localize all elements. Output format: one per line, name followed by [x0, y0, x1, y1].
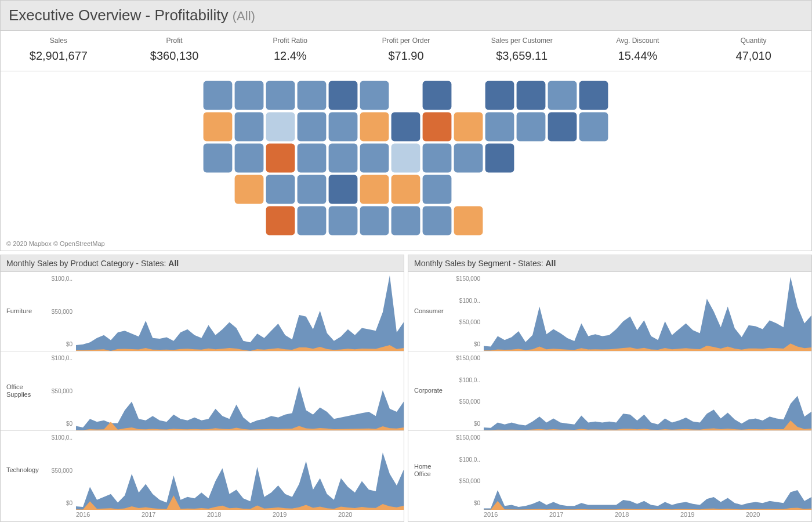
kpi-label: Sales: [3, 37, 114, 45]
dashboard-title-bar: Executive Overview - Profitability (All): [0, 0, 812, 31]
mini-chart-consumer[interactable]: Consumer$150,000$100,0..$50,000$0: [408, 272, 811, 351]
state-ms[interactable]: [360, 206, 389, 235]
state-pa[interactable]: [454, 112, 483, 142]
state-mo[interactable]: [328, 143, 358, 173]
dashboard-filter: (All): [233, 9, 255, 23]
dashboard: Executive Overview - Profitability (All)…: [0, 0, 812, 522]
kpi-label: Quantity: [698, 37, 809, 45]
kpi-profit-ratio[interactable]: Profit Ratio12.4%: [232, 31, 348, 71]
state-nv[interactable]: [234, 112, 264, 142]
mini-chart-plot[interactable]: [484, 272, 811, 351]
panel-title-filter: All: [545, 259, 556, 268]
state-ia[interactable]: [328, 112, 358, 142]
mini-chart-furniture[interactable]: Furniture$100,0..$50,000$0: [1, 272, 404, 351]
state-mn[interactable]: [328, 81, 358, 110]
mini-chart-corporate[interactable]: Corporate$150,000$100,0..$50,000$0: [408, 351, 811, 431]
mini-chart-plot[interactable]: [76, 351, 404, 430]
mini-chart-label: Home Office: [408, 431, 449, 510]
mini-chart-home-office[interactable]: Home Office$150,000$100,0..$50,000$0: [408, 431, 811, 510]
state-nd[interactable]: [297, 81, 327, 110]
state-ma[interactable]: [579, 112, 608, 142]
state-ca[interactable]: [203, 143, 233, 173]
state-la[interactable]: [328, 206, 358, 235]
kpi-label: Profit: [119, 37, 230, 45]
xaxis-tick: 2018: [207, 511, 273, 518]
state-ga[interactable]: [422, 206, 452, 235]
us-map[interactable]: [186, 74, 626, 248]
state-ne[interactable]: [297, 143, 327, 173]
state-ok[interactable]: [297, 206, 327, 235]
state-ny[interactable]: [485, 81, 514, 110]
dashboard-title: Executive Overview - Profitability: [9, 6, 229, 24]
category-chart-stack[interactable]: Furniture$100,0..$50,000$0Office Supplie…: [1, 272, 404, 510]
state-vt[interactable]: [516, 81, 546, 110]
state-az[interactable]: [234, 175, 264, 204]
state-mt[interactable]: [266, 81, 295, 110]
panel-segment-title: Monthly Sales by Segment - States: All: [408, 255, 811, 272]
panel-title-prefix: Monthly Sales by Product Category - Stat…: [6, 259, 168, 268]
kpi-value: $3,659.11: [466, 49, 578, 63]
state-ct[interactable]: [516, 112, 546, 142]
xaxis-tick: 2019: [680, 511, 746, 518]
xaxis-tick: 2019: [273, 511, 338, 518]
kpi-value: $2,901,677: [3, 49, 114, 63]
state-in[interactable]: [391, 112, 420, 142]
state-ri[interactable]: [548, 112, 577, 142]
mini-chart-label: Technology: [1, 431, 41, 510]
xaxis-tick: 2018: [615, 511, 680, 518]
state-md[interactable]: [454, 143, 483, 173]
state-wv[interactable]: [391, 143, 420, 173]
state-va[interactable]: [422, 143, 452, 173]
kpi-label: Profit Ratio: [234, 37, 346, 45]
mini-chart-plot[interactable]: [76, 431, 404, 510]
segment-chart-stack[interactable]: Consumer$150,000$100,0..$50,000$0Corpora…: [408, 272, 811, 510]
mini-chart-plot[interactable]: [484, 431, 811, 510]
mini-chart-yaxis: $150,000$100,0..$50,000$0: [449, 351, 484, 430]
bottom-panels: Monthly Sales by Product Category - Stat…: [0, 255, 812, 522]
state-tn[interactable]: [360, 175, 389, 204]
kpi-profit[interactable]: Profit$360,130: [117, 31, 233, 71]
state-ar[interactable]: [328, 175, 358, 204]
state-nh[interactable]: [548, 81, 577, 110]
xaxis-tick: 2016: [76, 511, 142, 518]
kpi-profit-per-order[interactable]: Profit per Order$71.90: [348, 31, 464, 71]
state-or[interactable]: [203, 112, 233, 142]
state-nm[interactable]: [266, 175, 295, 204]
state-al[interactable]: [391, 206, 420, 235]
state-de[interactable]: [485, 143, 514, 173]
state-ks[interactable]: [297, 175, 327, 204]
state-mi[interactable]: [422, 81, 452, 110]
kpi-label: Avg. Discount: [582, 37, 694, 45]
kpi-quantity[interactable]: Quantity47,010: [695, 31, 811, 71]
state-wa[interactable]: [203, 81, 233, 110]
mini-chart-label: Consumer: [408, 272, 449, 351]
kpi-sales[interactable]: Sales$2,901,677: [1, 31, 117, 71]
panel-category: Monthly Sales by Product Category - Stat…: [0, 255, 404, 522]
mini-chart-yaxis: $100,0..$50,000$0: [41, 351, 76, 430]
kpi-sales-per-customer[interactable]: Sales per Customer$3,659.11: [464, 31, 580, 71]
state-fl[interactable]: [454, 206, 483, 235]
mini-chart-office-supplies[interactable]: Office Supplies$100,0..$50,000$0: [1, 351, 404, 431]
kpi-avg-discount[interactable]: Avg. Discount15.44%: [580, 31, 696, 71]
mini-chart-label: Furniture: [1, 272, 41, 351]
mini-chart-plot[interactable]: [484, 351, 811, 430]
state-id[interactable]: [234, 81, 264, 110]
state-nc[interactable]: [391, 175, 420, 204]
state-co[interactable]: [266, 143, 295, 173]
state-wy[interactable]: [266, 112, 295, 142]
state-sd[interactable]: [297, 112, 327, 142]
state-ky[interactable]: [360, 143, 389, 173]
state-nj[interactable]: [485, 112, 514, 142]
state-me[interactable]: [579, 81, 608, 110]
state-tx[interactable]: [266, 206, 295, 235]
state-ut[interactable]: [234, 143, 264, 173]
map-panel[interactable]: © 2020 Mapbox © OpenStreetMap: [0, 71, 812, 251]
state-sc[interactable]: [422, 175, 452, 204]
state-il[interactable]: [360, 112, 389, 142]
kpi-value: $71.90: [350, 49, 462, 63]
mini-chart-plot[interactable]: [76, 272, 404, 351]
state-oh[interactable]: [422, 112, 452, 142]
kpi-label: Sales per Customer: [466, 37, 578, 45]
mini-chart-technology[interactable]: Technology$100,0..$50,000$0: [1, 431, 404, 510]
state-wi[interactable]: [360, 81, 389, 110]
